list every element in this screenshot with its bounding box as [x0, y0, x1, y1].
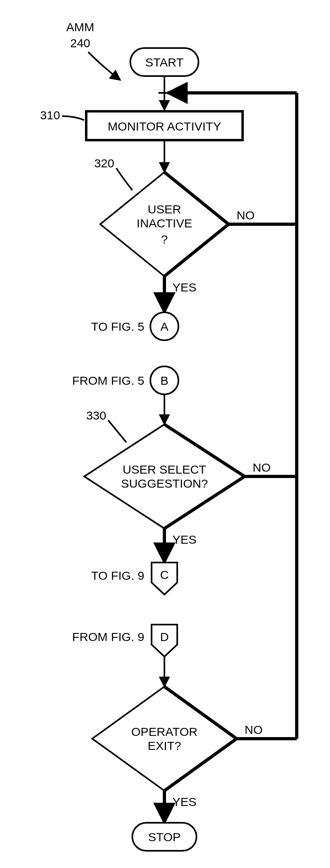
inactive-l3: ? — [161, 233, 168, 246]
flowchart-diagram: AMM 240 START 310 MONITOR ACTIVITY 320 U… — [0, 0, 330, 868]
stop-node: STOP — [132, 823, 196, 851]
note-c: TO FIG. 9 — [91, 569, 144, 582]
select-l2: SUGGESTION? — [121, 477, 208, 490]
inactive-l1: USER — [148, 203, 181, 216]
connector-d: D — [152, 625, 177, 657]
start-node: START — [130, 48, 198, 76]
stop-label: STOP — [148, 830, 180, 844]
ref-330: 330 — [86, 409, 106, 422]
connector-d-label: D — [160, 630, 169, 643]
connector-c-label: C — [160, 568, 169, 581]
edge-330-yes-label: YES — [172, 533, 196, 546]
connector-b: B — [150, 366, 178, 394]
ref-310-pointer — [62, 116, 84, 120]
select-l1: USER SELECT — [123, 463, 206, 476]
user-inactive-decision: USER INACTIVE ? — [100, 172, 229, 276]
inactive-l2: INACTIVE — [137, 217, 192, 230]
monitor-label: MONITOR ACTIVITY — [108, 120, 221, 133]
monitor-activity-node: MONITOR ACTIVITY — [86, 111, 243, 140]
connector-a: A — [150, 312, 178, 340]
note-b: FROM FIG. 5 — [72, 374, 144, 387]
exit-l1: OPERATOR — [131, 725, 198, 738]
header-amm-num: 240 — [70, 36, 90, 50]
start-label: START — [145, 56, 184, 69]
header-pointer — [88, 52, 120, 80]
connector-c: C — [152, 563, 177, 595]
connector-a-label: A — [160, 320, 168, 333]
edge-330-no: NO — [253, 461, 271, 474]
connector-b-label: B — [160, 374, 168, 387]
note-d: FROM FIG. 9 — [72, 630, 144, 643]
edge-exit-no: NO — [245, 723, 263, 736]
note-a: TO FIG. 5 — [91, 320, 144, 333]
ref-330-pointer — [108, 420, 126, 442]
operator-exit-decision: OPERATOR EXIT? — [92, 687, 237, 791]
user-select-decision: USER SELECT SUGGESTION? — [84, 424, 245, 528]
edge-320-no: NO — [237, 209, 255, 222]
edge-exit-yes-label: YES — [172, 795, 196, 808]
header-amm: AMM — [66, 20, 94, 34]
ref-320: 320 — [94, 157, 114, 170]
edge-320-yes-label: YES — [172, 281, 196, 294]
exit-l2: EXIT? — [148, 739, 181, 752]
ref-310: 310 — [40, 108, 60, 122]
ref-320-pointer — [116, 168, 132, 190]
